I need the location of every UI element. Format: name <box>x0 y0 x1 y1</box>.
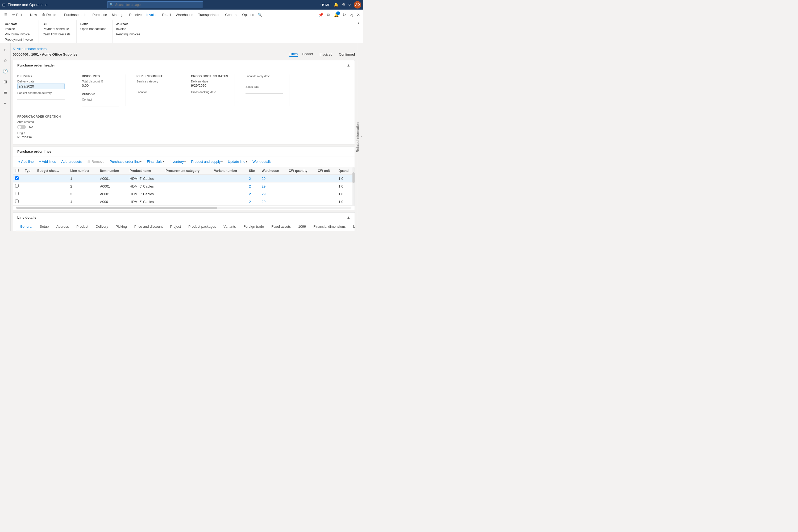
view-tab-header[interactable]: Header <box>302 52 314 57</box>
invoice-tab[interactable]: Invoice <box>144 12 159 18</box>
cross-delivery-date-field: Delivery date 9/29/2020 <box>191 80 228 88</box>
sidebar-recent-icon[interactable]: 🕐 <box>1 67 10 75</box>
inventory-button[interactable]: Inventory ▾ <box>168 158 188 165</box>
warehouse-tab[interactable]: Warehouse <box>174 12 195 18</box>
product-supply-button[interactable]: Product and supply ▾ <box>189 158 225 165</box>
sidebar-nav-icon[interactable]: ☰ <box>1 88 10 97</box>
row-item[interactable]: A0001 <box>98 183 128 190</box>
detail-tab-1099[interactable]: 1099 <box>294 222 310 231</box>
view-tab-lines[interactable]: Lines <box>289 52 298 57</box>
detail-tab-product-packages[interactable]: Product packages <box>185 222 220 231</box>
settings-icon[interactable]: ⚙ <box>342 2 345 7</box>
sidebar-home-icon[interactable]: ⌂ <box>1 45 10 54</box>
detail-tab-foreign-trade[interactable]: Foreign trade <box>240 222 268 231</box>
receive-tab[interactable]: Receive <box>127 12 144 18</box>
help-icon[interactable]: ? <box>348 3 350 7</box>
financials-button[interactable]: Financials ▾ <box>145 158 167 165</box>
detail-tab-price-and-discount[interactable]: Price and discount <box>131 222 167 231</box>
row-item[interactable]: A0001 <box>98 198 128 206</box>
detail-tab-financial-dimensions[interactable]: Financial dimensions <box>310 222 349 231</box>
ribbon-collapse-button[interactable]: ▲ <box>357 21 360 25</box>
ribbon-settle-sub-items: Settle Open transactions <box>79 22 108 32</box>
copy-button[interactable]: ⧉ <box>326 12 331 18</box>
search-ribbon-icon[interactable]: 🔍 <box>258 13 262 17</box>
purchase-order-tab[interactable]: Purchase order <box>62 12 90 18</box>
general-tab[interactable]: General <box>223 12 240 18</box>
detail-tab-general[interactable]: General <box>16 222 36 231</box>
table-row[interactable]: 2 A0001 HDMI 6' Cables 2 29 1.0 <box>13 183 355 190</box>
detail-tab-product[interactable]: Product <box>73 222 92 231</box>
ribbon-proforma-btn[interactable]: Pro forma invoice <box>3 32 34 37</box>
detail-tab-variants[interactable]: Variants <box>220 222 240 231</box>
ribbon-journals-invoice-btn[interactable]: Invoice <box>115 26 142 32</box>
pin-button[interactable]: 📌 <box>317 12 324 18</box>
notification-button[interactable]: 🔔1 <box>333 12 340 18</box>
add-line-button[interactable]: + Add line <box>16 158 36 165</box>
replenishment-col: REPLENISHMENT Service category Location <box>136 75 180 107</box>
purchase-order-line-button[interactable]: Purchase order line ▾ <box>108 158 144 165</box>
detail-tab-setup[interactable]: Setup <box>36 222 52 231</box>
pol-label: Purchase order line <box>110 159 140 164</box>
table-row[interactable]: 3 A0001 HDMI 6' Cables 2 29 1.0 <box>13 190 355 198</box>
table-row[interactable]: 4 A0001 HDMI 6' Cables 2 29 1.0 <box>13 198 355 206</box>
ribbon-prepayment-btn[interactable]: Prepayment invoice <box>3 37 34 42</box>
avatar[interactable]: AD <box>354 1 361 8</box>
manage-tab[interactable]: Manage <box>110 12 126 18</box>
new-button[interactable]: + New <box>25 12 39 18</box>
delete-icon: 🗑 <box>42 13 45 17</box>
menu-button[interactable]: ☰ <box>2 12 10 18</box>
add-lines-button[interactable]: + Add lines <box>37 158 58 165</box>
delivery-date-input[interactable] <box>17 83 65 89</box>
row-check[interactable] <box>13 175 23 183</box>
search-box[interactable]: 🔍 <box>107 1 203 8</box>
ribbon-payment-schedule-btn[interactable]: Payment schedule <box>41 26 72 32</box>
sales-date-field: Sales date <box>246 85 283 94</box>
delete-button[interactable]: 🗑 Delete <box>40 12 58 18</box>
back-button[interactable]: ◁ <box>349 12 354 18</box>
vertical-scrollbar[interactable] <box>353 167 355 206</box>
select-all-checkbox[interactable] <box>15 169 19 172</box>
retail-tab[interactable]: Retail <box>160 12 173 18</box>
right-sidebar[interactable]: › Related information <box>357 43 363 231</box>
row-check[interactable] <box>13 198 23 206</box>
line-details-collapse-button[interactable]: ▲ <box>347 215 350 220</box>
close-button[interactable]: ✕ <box>356 12 361 18</box>
search-input[interactable] <box>115 3 201 7</box>
update-line-button[interactable]: Update line ▾ <box>226 158 249 165</box>
edit-button[interactable]: ✏ Edit <box>10 12 24 18</box>
purchase-tab[interactable]: Purchase <box>90 12 109 18</box>
local-delivery-value <box>246 78 283 83</box>
ribbon-pending-invoices-btn[interactable]: Pending invoices <box>115 32 142 37</box>
options-tab[interactable]: Options <box>240 12 256 18</box>
work-details-button[interactable]: Work details <box>250 158 273 165</box>
detail-tab-loads[interactable]: Loads <box>349 222 355 231</box>
detail-tab-picking[interactable]: Picking <box>112 222 131 231</box>
add-products-button[interactable]: Add products <box>59 158 84 165</box>
row-check[interactable] <box>13 183 23 190</box>
row-item[interactable]: A0001 <box>98 175 128 183</box>
sidebar-star-icon[interactable]: ☆ <box>1 56 10 65</box>
ribbon-open-transactions-btn[interactable]: Open transactions <box>79 26 108 32</box>
table-row[interactable]: 1 A0001 HDMI 6' Cables 2 29 1.0 <box>13 175 355 183</box>
bell-icon[interactable]: 🔔 <box>334 2 339 7</box>
auto-created-toggle[interactable] <box>17 125 26 129</box>
sidebar-list-icon[interactable]: ≡ <box>1 99 10 107</box>
form-grid: DELIVERY Delivery date Earliest confirme… <box>17 75 350 140</box>
location-label: Location <box>136 91 174 94</box>
ribbon-cashflow-btn[interactable]: Cash flow forecasts <box>41 32 72 37</box>
section-collapse-button[interactable]: ▲ <box>347 63 350 67</box>
transportation-tab[interactable]: Transportation <box>196 12 222 18</box>
detail-tab-delivery[interactable]: Delivery <box>92 222 112 231</box>
horizontal-scrollbar[interactable] <box>16 207 352 209</box>
breadcrumb-link[interactable]: All purchase orders <box>17 47 46 51</box>
remove-button[interactable]: 🗑 Remove <box>85 158 107 165</box>
sidebar-modules-icon[interactable]: ⊞ <box>1 77 10 86</box>
row-item[interactable]: A0001 <box>98 190 128 198</box>
detail-tab-fixed-assets[interactable]: Fixed assets <box>268 222 294 231</box>
detail-tab-project[interactable]: Project <box>167 222 185 231</box>
detail-tab-address[interactable]: Address <box>52 222 73 231</box>
breadcrumb[interactable]: ▽ All purchase orders <box>13 45 355 52</box>
refresh-button[interactable]: ↻ <box>342 12 347 18</box>
ribbon-invoice-btn[interactable]: Invoice <box>3 26 34 32</box>
row-check[interactable] <box>13 190 23 198</box>
